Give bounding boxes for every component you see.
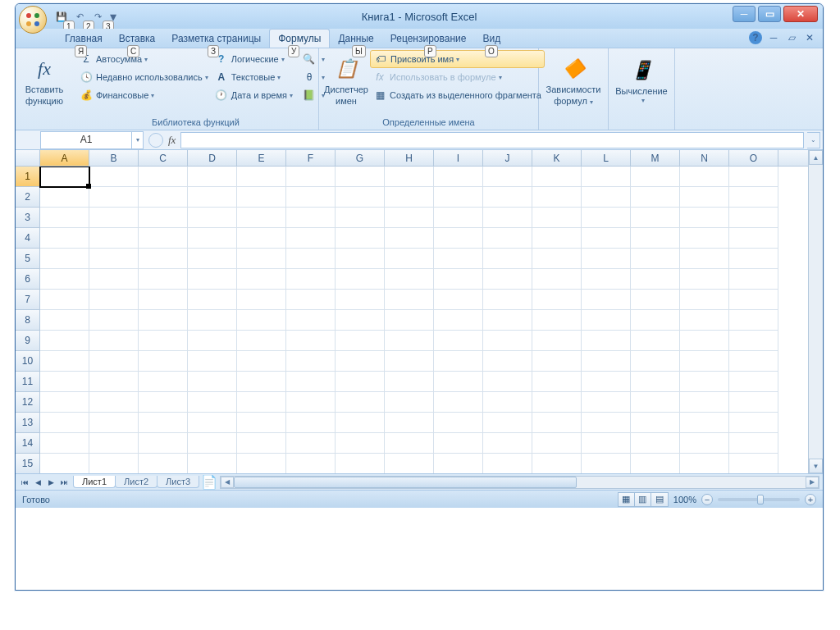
cell[interactable]	[188, 351, 237, 372]
cell[interactable]	[582, 454, 631, 473]
cell[interactable]	[237, 290, 286, 310]
col-header[interactable]: L	[582, 150, 631, 166]
row-header[interactable]: 11	[16, 372, 40, 392]
cell[interactable]	[40, 310, 89, 331]
col-header[interactable]: J	[483, 150, 532, 166]
cell[interactable]	[680, 351, 729, 372]
cell[interactable]	[582, 310, 631, 331]
cell[interactable]	[336, 249, 385, 269]
cell[interactable]	[336, 187, 385, 208]
cell[interactable]	[188, 433, 237, 454]
cell[interactable]	[385, 208, 434, 228]
col-header[interactable]: O	[729, 150, 778, 166]
hscroll-thumb[interactable]	[234, 477, 577, 488]
vertical-scrollbar[interactable]: ▲ ▼	[808, 150, 823, 473]
cell[interactable]	[729, 269, 778, 290]
cell[interactable]	[89, 269, 139, 290]
zoom-out-button[interactable]: −	[701, 494, 713, 505]
cell[interactable]	[532, 351, 582, 372]
cell[interactable]	[286, 208, 336, 228]
col-header[interactable]: F	[286, 150, 336, 166]
sheet-tab-3[interactable]: Лист3	[157, 476, 199, 488]
cell[interactable]	[89, 167, 139, 187]
row-header[interactable]: 1	[16, 167, 40, 187]
cell[interactable]	[483, 351, 532, 372]
cell[interactable]	[286, 249, 336, 269]
cell[interactable]	[40, 167, 89, 187]
cell[interactable]	[139, 331, 188, 351]
cell[interactable]	[89, 208, 139, 228]
cell[interactable]	[582, 433, 631, 454]
cell[interactable]	[532, 249, 582, 269]
recent-button[interactable]: 🕓Недавно использовались▾	[76, 68, 212, 86]
cell[interactable]	[729, 290, 778, 310]
cell[interactable]	[532, 372, 582, 392]
cell[interactable]	[680, 372, 729, 392]
cell[interactable]	[631, 290, 680, 310]
assign-name-button[interactable]: 🏷Присвоить имя▾	[370, 50, 545, 68]
cell[interactable]	[434, 208, 483, 228]
cell[interactable]	[385, 290, 434, 310]
cell[interactable]	[729, 351, 778, 372]
cell[interactable]	[89, 372, 139, 392]
cell[interactable]	[139, 269, 188, 290]
cell[interactable]	[680, 228, 729, 249]
cell[interactable]	[286, 290, 336, 310]
name-box-dropdown[interactable]: ▾	[131, 132, 143, 148]
cell[interactable]	[188, 208, 237, 228]
cell[interactable]	[139, 392, 188, 413]
cell[interactable]	[631, 331, 680, 351]
cell[interactable]	[385, 269, 434, 290]
cell[interactable]	[582, 290, 631, 310]
cell[interactable]	[631, 187, 680, 208]
cell[interactable]	[40, 187, 89, 208]
cell[interactable]	[40, 433, 89, 454]
cell[interactable]	[680, 331, 729, 351]
cell[interactable]	[89, 331, 139, 351]
cell[interactable]	[483, 187, 532, 208]
create-from-selection-button[interactable]: ▦Создать из выделенного фрагмента	[370, 86, 545, 104]
cell[interactable]	[286, 331, 336, 351]
formula-bar-expand[interactable]: ⌄	[807, 132, 820, 148]
cell[interactable]	[286, 413, 336, 433]
datetime-button[interactable]: 🕐Дата и время▾	[212, 86, 296, 104]
cell[interactable]	[483, 372, 532, 392]
cell[interactable]	[336, 351, 385, 372]
cell[interactable]	[680, 249, 729, 269]
row-header[interactable]: 13	[16, 413, 40, 433]
cell[interactable]	[188, 249, 237, 269]
page-break-view-button[interactable]: ▤	[651, 493, 668, 506]
row-header[interactable]: 9	[16, 331, 40, 351]
cell[interactable]	[729, 454, 778, 473]
cell[interactable]	[385, 228, 434, 249]
col-header[interactable]: A	[40, 150, 89, 166]
cell[interactable]	[40, 208, 89, 228]
financial-button[interactable]: 💰Финансовые▾	[76, 86, 212, 104]
cell[interactable]	[188, 392, 237, 413]
cell[interactable]	[237, 228, 286, 249]
cell[interactable]	[188, 167, 237, 187]
cell[interactable]	[434, 372, 483, 392]
cell[interactable]	[139, 167, 188, 187]
cell[interactable]	[582, 187, 631, 208]
cell[interactable]	[286, 372, 336, 392]
cell[interactable]	[286, 269, 336, 290]
scroll-left-icon[interactable]: ◀	[221, 477, 234, 488]
cell[interactable]	[89, 228, 139, 249]
zoom-level[interactable]: 100%	[673, 495, 696, 504]
cell[interactable]	[582, 413, 631, 433]
doc-close-icon[interactable]: ✕	[803, 31, 816, 44]
cell[interactable]	[483, 310, 532, 331]
formula-auditing-button[interactable]: 🔶 Зависимости формул▾	[542, 50, 605, 112]
cell[interactable]	[729, 413, 778, 433]
cell[interactable]	[237, 454, 286, 473]
cell[interactable]	[532, 331, 582, 351]
row-header[interactable]: 4	[16, 228, 40, 249]
cell[interactable]	[631, 310, 680, 331]
cell[interactable]	[434, 413, 483, 433]
cell[interactable]	[139, 310, 188, 331]
cell[interactable]	[385, 167, 434, 187]
cell[interactable]	[582, 167, 631, 187]
cell[interactable]	[237, 433, 286, 454]
row-header[interactable]: 7	[16, 290, 40, 310]
